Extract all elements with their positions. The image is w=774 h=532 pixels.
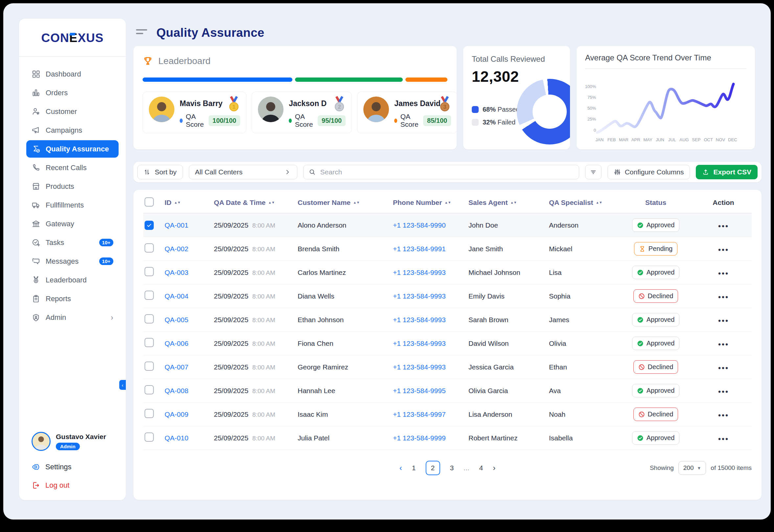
sort-by-button[interactable]: Sort by (137, 165, 183, 179)
qa-id-link[interactable]: QA-005 (165, 316, 188, 323)
select-all-checkbox[interactable] (144, 197, 154, 207)
sidebar-item-customer[interactable]: Customer (26, 103, 119, 120)
phone-link[interactable]: +1 123-584-9993 (393, 292, 446, 300)
row-actions-button[interactable]: ●●● (718, 223, 729, 229)
qa-id-link[interactable]: QA-009 (165, 410, 188, 418)
table-row[interactable]: QA-006 25/09/20258:00 AM Fiona Chen +1 1… (143, 332, 752, 355)
table-row[interactable]: QA-003 25/09/20258:00 AM Carlos Martinez… (143, 261, 752, 284)
export-csv-button[interactable]: Export CSV (696, 165, 758, 179)
per-page-select[interactable]: 200▼ (678, 461, 706, 475)
table-row[interactable]: QA-008 25/09/20258:00 AM Hannah Lee +1 1… (143, 379, 752, 403)
leaderboard-person-card[interactable]: Jackson D QA Score 95/100 2 (252, 92, 352, 133)
sidebar-item-campaigns[interactable]: Campaigns (26, 122, 119, 139)
next-page-button[interactable]: › (493, 463, 496, 473)
sidebar-item-quality-assurance[interactable]: Quality Assurance (26, 140, 119, 158)
column-header-id[interactable]: ID▲▼ (165, 199, 214, 207)
row-checkbox[interactable] (144, 385, 154, 394)
table-row[interactable]: QA-004 25/09/20258:00 AM Diana Wells +1 … (143, 284, 752, 308)
qa-id-link[interactable]: QA-004 (165, 292, 188, 300)
phone-link[interactable]: +1 123-584-9993 (393, 316, 446, 323)
row-actions-button[interactable]: ●●● (718, 247, 729, 252)
qa-trend-card: Average QA Score Trend Over Time 100% 75… (577, 46, 755, 149)
sidebar-item-leaderboard[interactable]: Leaderboard (26, 271, 119, 289)
sidebar-item-dashboard[interactable]: Dashboard (26, 65, 119, 83)
column-header-specialist[interactable]: QA Specialist▲▼ (549, 199, 616, 207)
sidebar-item-gateway[interactable]: Gateway (26, 215, 119, 233)
configure-columns-button[interactable]: Configure Columns (608, 165, 690, 179)
status-badge-approved: Approved (632, 337, 680, 350)
sidebar-item-products[interactable]: Products (26, 178, 119, 195)
row-actions-button[interactable]: ●●● (718, 412, 729, 418)
table-row[interactable]: QA-002 25/09/20258:00 AM Brenda Smith +1… (143, 237, 752, 261)
phone-link[interactable]: +1 123-584-9999 (393, 434, 446, 442)
row-checkbox[interactable] (144, 432, 154, 442)
logout-button[interactable]: Log out (32, 481, 69, 490)
row-checkbox[interactable] (144, 267, 154, 276)
sidebar-item-admin[interactable]: Admin › (26, 309, 119, 326)
row-checkbox[interactable] (144, 291, 154, 300)
sidebar-item-orders[interactable]: Orders (26, 84, 119, 101)
table-row[interactable]: QA-005 25/09/20258:00 AM Ethan Johnson +… (143, 308, 752, 332)
table-row[interactable]: QA-001 25/09/20258:00 AM Alono Anderson … (143, 213, 752, 237)
row-checkbox[interactable] (144, 409, 154, 418)
collapse-sidebar-button[interactable]: ‹ (119, 380, 126, 390)
page-1-button[interactable]: 1 (412, 464, 416, 472)
search-box[interactable] (303, 165, 579, 179)
row-actions-button[interactable]: ●●● (718, 341, 729, 347)
qa-specialist: Ava (549, 387, 616, 395)
row-checkbox[interactable] (144, 338, 154, 347)
svg-text:SEP: SEP (692, 137, 700, 142)
phone-link[interactable]: +1 123-584-9991 (393, 245, 446, 253)
qa-id-link[interactable]: QA-002 (165, 245, 188, 253)
row-actions-button[interactable]: ●●● (718, 270, 729, 276)
call-center-filter-dropdown[interactable]: All Call Centers (189, 165, 297, 179)
qa-id-link[interactable]: QA-006 (165, 340, 188, 347)
phone-link[interactable]: +1 123-584-9997 (393, 410, 446, 418)
page-2-button-active[interactable]: 2 (426, 461, 440, 475)
row-actions-button[interactable]: ●●● (718, 365, 729, 370)
table-header-row: ID▲▼ QA Date & Time▲▼ Customer Name▲▼ Ph… (143, 192, 752, 213)
row-actions-button[interactable]: ●●● (718, 294, 729, 299)
menu-toggle-button[interactable] (136, 29, 147, 36)
column-header-phone[interactable]: Phone Number▲▼ (393, 199, 469, 207)
sidebar-item-reports[interactable]: Reports (26, 290, 119, 307)
leaderboard-person-card[interactable]: Mavis Barry QA Score 100/100 1 (143, 92, 246, 133)
row-checkbox[interactable] (144, 243, 154, 253)
table-row[interactable]: QA-009 25/09/20258:00 AM Isaac Kim +1 12… (143, 403, 752, 426)
table-row[interactable]: QA-010 25/09/20258:00 AM Julia Patel +1 … (143, 426, 752, 450)
search-input[interactable] (320, 168, 574, 176)
qa-specialist: Sophia (549, 292, 616, 300)
qa-id-link[interactable]: QA-001 (165, 221, 188, 229)
page-3-button[interactable]: 3 (450, 464, 454, 472)
previous-page-button[interactable]: ‹ (400, 463, 402, 473)
qa-specialist: Noah (549, 410, 616, 418)
leaderboard-person-card[interactable]: James David QA Score 85/100 3 (357, 92, 457, 133)
page-4-button[interactable]: 4 (479, 464, 483, 472)
row-actions-button[interactable]: ●●● (718, 436, 729, 441)
phone-link[interactable]: +1 123-584-9995 (393, 387, 446, 394)
qa-id-link[interactable]: QA-008 (165, 387, 188, 394)
row-actions-button[interactable]: ●●● (718, 388, 729, 394)
sidebar-item-messages[interactable]: Messages 10+ (26, 253, 119, 270)
row-actions-button[interactable]: ●●● (718, 318, 729, 323)
qa-id-link[interactable]: QA-007 (165, 363, 188, 371)
column-header-date[interactable]: QA Date & Time▲▼ (214, 199, 298, 207)
qa-id-link[interactable]: QA-003 (165, 269, 188, 276)
column-header-agent[interactable]: Sales Agent▲▼ (469, 199, 549, 207)
table-row[interactable]: QA-007 25/09/20258:00 AM George Ramirez … (143, 355, 752, 379)
sidebar-item-tasks[interactable]: Tasks 10+ (26, 234, 119, 251)
sidebar-item-recent-calls[interactable]: Recent Calls (26, 159, 119, 176)
phone-link[interactable]: +1 123-584-9993 (393, 340, 446, 347)
sidebar-item-fullfillments[interactable]: Fullfillments (26, 196, 119, 214)
filter-button[interactable] (585, 165, 602, 179)
phone-link[interactable]: +1 123-584-9993 (393, 363, 446, 371)
row-checkbox[interactable] (144, 362, 154, 371)
row-checkbox[interactable] (144, 221, 154, 230)
settings-button[interactable]: Settings (32, 463, 72, 471)
qa-id-link[interactable]: QA-010 (165, 434, 188, 442)
phone-link[interactable]: +1 123-584-9990 (393, 221, 446, 229)
user-profile[interactable]: Gustavo Xavier Admin (32, 432, 116, 451)
row-checkbox[interactable] (144, 314, 154, 323)
phone-link[interactable]: +1 123-584-9993 (393, 269, 446, 276)
column-header-customer[interactable]: Customer Name▲▼ (298, 199, 393, 207)
